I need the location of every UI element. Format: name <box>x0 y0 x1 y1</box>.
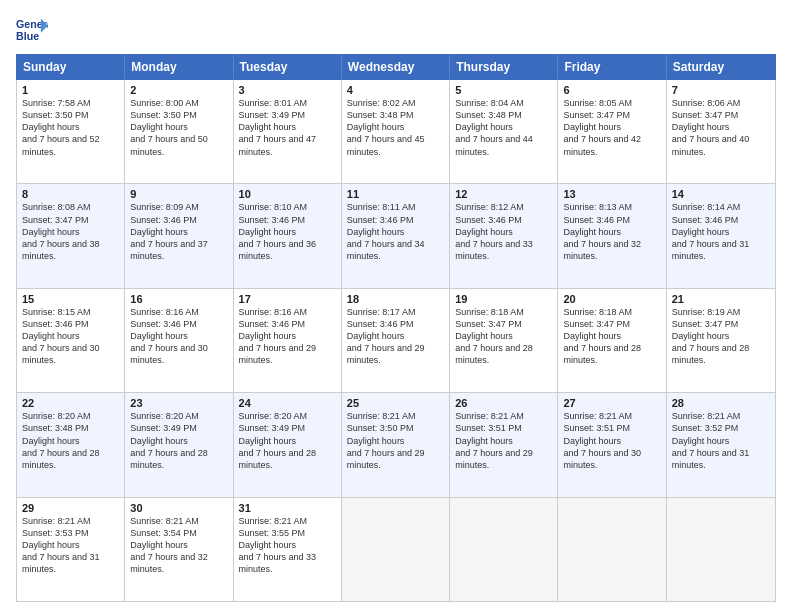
day-number: 11 <box>347 188 444 200</box>
cell-info: Sunrise: 8:12 AMSunset: 3:46 PMDaylight … <box>455 201 552 262</box>
table-row: 8Sunrise: 8:08 AMSunset: 3:47 PMDaylight… <box>17 184 125 287</box>
day-number: 1 <box>22 84 119 96</box>
cell-info: Sunrise: 8:04 AMSunset: 3:48 PMDaylight … <box>455 97 552 158</box>
day-number: 8 <box>22 188 119 200</box>
cell-info: Sunrise: 8:02 AMSunset: 3:48 PMDaylight … <box>347 97 444 158</box>
cell-info: Sunrise: 8:09 AMSunset: 3:46 PMDaylight … <box>130 201 227 262</box>
day-number: 12 <box>455 188 552 200</box>
cal-header-friday: Friday <box>558 55 666 79</box>
day-number: 26 <box>455 397 552 409</box>
day-number: 6 <box>563 84 660 96</box>
cal-header-saturday: Saturday <box>667 55 775 79</box>
day-number: 28 <box>672 397 770 409</box>
cell-info: Sunrise: 8:16 AMSunset: 3:46 PMDaylight … <box>239 306 336 367</box>
table-row: 21Sunrise: 8:19 AMSunset: 3:47 PMDayligh… <box>667 289 775 392</box>
day-number: 16 <box>130 293 227 305</box>
day-number: 18 <box>347 293 444 305</box>
cell-info: Sunrise: 8:13 AMSunset: 3:46 PMDaylight … <box>563 201 660 262</box>
day-number: 15 <box>22 293 119 305</box>
table-row: 17Sunrise: 8:16 AMSunset: 3:46 PMDayligh… <box>234 289 342 392</box>
cell-info: Sunrise: 8:18 AMSunset: 3:47 PMDaylight … <box>455 306 552 367</box>
day-number: 17 <box>239 293 336 305</box>
table-row: 24Sunrise: 8:20 AMSunset: 3:49 PMDayligh… <box>234 393 342 496</box>
cell-info: Sunrise: 8:11 AMSunset: 3:46 PMDaylight … <box>347 201 444 262</box>
table-row: 26Sunrise: 8:21 AMSunset: 3:51 PMDayligh… <box>450 393 558 496</box>
cal-header-monday: Monday <box>125 55 233 79</box>
table-row: 15Sunrise: 8:15 AMSunset: 3:46 PMDayligh… <box>17 289 125 392</box>
calendar-row-5: 29Sunrise: 8:21 AMSunset: 3:53 PMDayligh… <box>17 498 775 601</box>
table-row: 28Sunrise: 8:21 AMSunset: 3:52 PMDayligh… <box>667 393 775 496</box>
cell-info: Sunrise: 8:16 AMSunset: 3:46 PMDaylight … <box>130 306 227 367</box>
day-number: 22 <box>22 397 119 409</box>
table-row <box>450 498 558 601</box>
day-number: 9 <box>130 188 227 200</box>
logo: General Blue <box>16 16 52 44</box>
cell-info: Sunrise: 8:10 AMSunset: 3:46 PMDaylight … <box>239 201 336 262</box>
cell-info: Sunrise: 8:19 AMSunset: 3:47 PMDaylight … <box>672 306 770 367</box>
day-number: 20 <box>563 293 660 305</box>
cell-info: Sunrise: 7:58 AMSunset: 3:50 PMDaylight … <box>22 97 119 158</box>
cell-info: Sunrise: 8:00 AMSunset: 3:50 PMDaylight … <box>130 97 227 158</box>
general-blue-icon: General Blue <box>16 16 48 44</box>
table-row: 7Sunrise: 8:06 AMSunset: 3:47 PMDaylight… <box>667 80 775 183</box>
table-row: 20Sunrise: 8:18 AMSunset: 3:47 PMDayligh… <box>558 289 666 392</box>
calendar-row-3: 15Sunrise: 8:15 AMSunset: 3:46 PMDayligh… <box>17 289 775 393</box>
table-row: 10Sunrise: 8:10 AMSunset: 3:46 PMDayligh… <box>234 184 342 287</box>
table-row: 12Sunrise: 8:12 AMSunset: 3:46 PMDayligh… <box>450 184 558 287</box>
table-row: 13Sunrise: 8:13 AMSunset: 3:46 PMDayligh… <box>558 184 666 287</box>
day-number: 7 <box>672 84 770 96</box>
day-number: 3 <box>239 84 336 96</box>
table-row: 5Sunrise: 8:04 AMSunset: 3:48 PMDaylight… <box>450 80 558 183</box>
table-row: 19Sunrise: 8:18 AMSunset: 3:47 PMDayligh… <box>450 289 558 392</box>
calendar-row-4: 22Sunrise: 8:20 AMSunset: 3:48 PMDayligh… <box>17 393 775 497</box>
table-row: 11Sunrise: 8:11 AMSunset: 3:46 PMDayligh… <box>342 184 450 287</box>
cal-header-tuesday: Tuesday <box>234 55 342 79</box>
cell-info: Sunrise: 8:21 AMSunset: 3:52 PMDaylight … <box>672 410 770 471</box>
cell-info: Sunrise: 8:21 AMSunset: 3:51 PMDaylight … <box>455 410 552 471</box>
day-number: 13 <box>563 188 660 200</box>
cell-info: Sunrise: 8:06 AMSunset: 3:47 PMDaylight … <box>672 97 770 158</box>
cell-info: Sunrise: 8:08 AMSunset: 3:47 PMDaylight … <box>22 201 119 262</box>
table-row: 31Sunrise: 8:21 AMSunset: 3:55 PMDayligh… <box>234 498 342 601</box>
calendar-row-2: 8Sunrise: 8:08 AMSunset: 3:47 PMDaylight… <box>17 184 775 288</box>
table-row <box>558 498 666 601</box>
table-row: 9Sunrise: 8:09 AMSunset: 3:46 PMDaylight… <box>125 184 233 287</box>
day-number: 25 <box>347 397 444 409</box>
cell-info: Sunrise: 8:01 AMSunset: 3:49 PMDaylight … <box>239 97 336 158</box>
day-number: 10 <box>239 188 336 200</box>
table-row: 29Sunrise: 8:21 AMSunset: 3:53 PMDayligh… <box>17 498 125 601</box>
table-row: 30Sunrise: 8:21 AMSunset: 3:54 PMDayligh… <box>125 498 233 601</box>
cell-info: Sunrise: 8:20 AMSunset: 3:49 PMDaylight … <box>130 410 227 471</box>
cell-info: Sunrise: 8:21 AMSunset: 3:51 PMDaylight … <box>563 410 660 471</box>
table-row <box>667 498 775 601</box>
cell-info: Sunrise: 8:15 AMSunset: 3:46 PMDaylight … <box>22 306 119 367</box>
day-number: 29 <box>22 502 119 514</box>
table-row: 23Sunrise: 8:20 AMSunset: 3:49 PMDayligh… <box>125 393 233 496</box>
table-row: 1Sunrise: 7:58 AMSunset: 3:50 PMDaylight… <box>17 80 125 183</box>
calendar-row-1: 1Sunrise: 7:58 AMSunset: 3:50 PMDaylight… <box>17 80 775 184</box>
table-row: 22Sunrise: 8:20 AMSunset: 3:48 PMDayligh… <box>17 393 125 496</box>
cell-info: Sunrise: 8:17 AMSunset: 3:46 PMDaylight … <box>347 306 444 367</box>
cell-info: Sunrise: 8:21 AMSunset: 3:55 PMDaylight … <box>239 515 336 576</box>
day-number: 2 <box>130 84 227 96</box>
table-row: 14Sunrise: 8:14 AMSunset: 3:46 PMDayligh… <box>667 184 775 287</box>
cell-info: Sunrise: 8:20 AMSunset: 3:49 PMDaylight … <box>239 410 336 471</box>
cal-header-thursday: Thursday <box>450 55 558 79</box>
table-row: 16Sunrise: 8:16 AMSunset: 3:46 PMDayligh… <box>125 289 233 392</box>
day-number: 21 <box>672 293 770 305</box>
day-number: 27 <box>563 397 660 409</box>
day-number: 14 <box>672 188 770 200</box>
table-row: 6Sunrise: 8:05 AMSunset: 3:47 PMDaylight… <box>558 80 666 183</box>
day-number: 4 <box>347 84 444 96</box>
cell-info: Sunrise: 8:18 AMSunset: 3:47 PMDaylight … <box>563 306 660 367</box>
page: General Blue SundayMondayTuesdayWednesda… <box>0 0 792 612</box>
day-number: 23 <box>130 397 227 409</box>
table-row: 27Sunrise: 8:21 AMSunset: 3:51 PMDayligh… <box>558 393 666 496</box>
table-row: 25Sunrise: 8:21 AMSunset: 3:50 PMDayligh… <box>342 393 450 496</box>
table-row: 18Sunrise: 8:17 AMSunset: 3:46 PMDayligh… <box>342 289 450 392</box>
cell-info: Sunrise: 8:21 AMSunset: 3:53 PMDaylight … <box>22 515 119 576</box>
cal-header-sunday: Sunday <box>17 55 125 79</box>
table-row: 2Sunrise: 8:00 AMSunset: 3:50 PMDaylight… <box>125 80 233 183</box>
cal-header-wednesday: Wednesday <box>342 55 450 79</box>
cell-info: Sunrise: 8:21 AMSunset: 3:54 PMDaylight … <box>130 515 227 576</box>
